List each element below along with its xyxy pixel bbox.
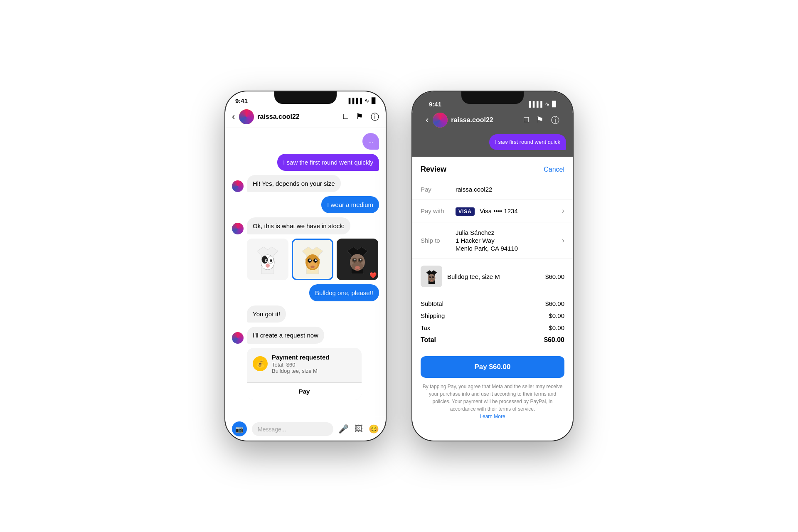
bubble-row-5: Bulldog one, please!! <box>232 284 379 301</box>
payment-card-header: 💰 Payment requested Total: $60 Bulldog t… <box>253 354 356 374</box>
payment-total: Total: $60 <box>272 362 329 368</box>
power-button-2 <box>573 141 574 170</box>
nav-icons-2: □ ⚑ ⓘ <box>524 115 559 126</box>
avatar-1 <box>239 109 254 124</box>
shipping-row: Shipping $0.00 <box>421 310 564 322</box>
payment-item: Bulldog tee, size M <box>272 368 329 374</box>
svg-point-36 <box>431 280 433 281</box>
tax-label: Tax <box>421 324 430 331</box>
svg-point-25 <box>360 259 362 260</box>
product-description: Bulldog tee, size M <box>447 273 540 280</box>
notch-1 <box>274 91 337 104</box>
learn-more-link[interactable]: Learn More <box>480 414 505 419</box>
sticker-icon[interactable]: 😊 <box>369 424 379 434</box>
heart-badge: ❤️ <box>369 272 377 278</box>
bubble-row-4: Ok, this is what we have in stock: <box>232 217 379 234</box>
bubble-partial: ... <box>362 133 379 150</box>
totals-section: Subtotal $60.00 Shipping $0.00 Tax $0.00… <box>412 294 573 353</box>
camera-button[interactable]: 📷 <box>232 421 247 436</box>
tax-value: $0.00 <box>549 324 564 331</box>
tax-row: Tax $0.00 <box>421 322 564 334</box>
visa-badge: VISA <box>456 207 475 216</box>
fine-print: By tapping Pay, you agree that Meta and … <box>412 383 573 425</box>
partial-bubble-row: I saw first round went quick <box>419 131 566 150</box>
review-screen: 9:41 ▐▐▐▐ ∿ ▉ ‹ raissa.cool22 □ ⚑ ⓘ <box>412 91 573 441</box>
pay-button-review[interactable]: Pay $60.00 <box>421 356 564 378</box>
svg-point-8 <box>271 260 272 261</box>
product-2[interactable] <box>292 239 333 280</box>
back-button-2[interactable]: ‹ <box>426 115 429 126</box>
products-row: ❤️ <box>247 239 379 280</box>
pay-button[interactable]: Pay <box>247 382 362 400</box>
chat-area-1: ... I saw the first round went quickly H… <box>225 128 386 417</box>
product-tshirt-2 <box>293 240 332 279</box>
product-thumbnail <box>421 266 442 287</box>
payment-title: Payment requested <box>272 354 329 361</box>
flag-icon-2[interactable]: ⚑ <box>536 115 544 126</box>
message-input[interactable]: Message... <box>252 422 333 436</box>
svg-point-14 <box>309 259 311 261</box>
svg-point-15 <box>315 259 317 261</box>
bubble-2: Hi! Yes, depends on your size <box>247 175 341 192</box>
pay-with-label: Pay with <box>421 207 451 214</box>
subtotal-value: $60.00 <box>545 300 564 307</box>
flag-icon-1[interactable]: ⚑ <box>356 111 363 123</box>
status-icons-1: ▐▐▐▐ ∿ ▉ <box>347 98 376 104</box>
svg-point-26 <box>355 266 360 269</box>
svg-point-7 <box>266 260 267 261</box>
bubble-3: I wear a medium <box>321 196 379 213</box>
status-icons-2: ▐▐▐▐ ∿ ▉ <box>527 101 556 107</box>
product-tshirt-1 <box>247 239 288 280</box>
bubble-row-6: You got it! <box>247 305 379 323</box>
dark-nav-bar: ‹ raissa.cool22 □ ⚑ ⓘ <box>419 109 566 131</box>
shipping-value: $0.00 <box>549 312 564 319</box>
info-icon-2[interactable]: ⓘ <box>551 115 559 126</box>
payment-info: Payment requested Total: $60 Bulldog tee… <box>272 354 329 374</box>
status-time-1: 9:41 <box>235 97 248 104</box>
phone-1: 9:41 ▐▐▐▐ ∿ ▉ ‹ raissa.cool22 □ ⚑ ⓘ <box>224 91 387 441</box>
shipping-label: Shipping <box>421 312 445 319</box>
ship-label: Ship to <box>421 237 451 244</box>
battery-icon-2: ▉ <box>552 101 556 107</box>
ship-address: Julia Sánchez 1 Hacker Way Menlo Park, C… <box>456 229 557 252</box>
chat-screen: 9:41 ▐▐▐▐ ∿ ▉ ‹ raissa.cool22 □ ⚑ ⓘ <box>225 91 386 441</box>
chat-input-bar: 📷 Message... 🎤 🖼 😊 <box>225 417 386 441</box>
fine-print-text: By tapping Pay, you agree that Meta and … <box>423 384 563 412</box>
video-icon-1[interactable]: □ <box>343 111 348 123</box>
product-3[interactable]: ❤️ <box>337 239 378 280</box>
payment-card-body: 💰 Payment requested Total: $60 Bulldog t… <box>247 348 362 382</box>
signal-icon: ▐▐▐▐ <box>347 98 362 104</box>
bubble-row-7: I'll create a request now <box>232 327 379 344</box>
info-icon-1[interactable]: ⓘ <box>371 111 379 123</box>
seller-avatar-3 <box>232 332 244 344</box>
cancel-button[interactable]: Cancel <box>544 166 564 173</box>
payment-icon: 💰 <box>253 356 268 371</box>
svg-point-33 <box>430 276 431 277</box>
review-title: Review <box>421 165 446 174</box>
subtotal-label: Subtotal <box>421 300 443 307</box>
notch-2 <box>461 91 524 104</box>
photo-icon[interactable]: 🖼 <box>355 424 363 434</box>
signal-icon-2: ▐▐▐▐ <box>527 101 542 107</box>
ship-to-row[interactable]: Ship to Julia Sánchez 1 Hacker Way Menlo… <box>412 222 573 259</box>
video-icon-2[interactable]: □ <box>524 115 529 126</box>
bubble-4: Ok, this is what we have in stock: <box>247 217 350 234</box>
contact-name-2[interactable]: raissa.cool22 <box>451 116 524 124</box>
bubble-row-1: I saw the first round went quickly <box>232 154 379 171</box>
bubble-5: Bulldog one, please!! <box>309 284 379 301</box>
nav-icons-1: □ ⚑ ⓘ <box>343 111 379 123</box>
bubble-1: I saw the first round went quickly <box>277 154 379 171</box>
mic-icon[interactable]: 🎤 <box>338 424 349 434</box>
product-1[interactable] <box>247 239 288 280</box>
review-header: Review Cancel <box>412 157 573 179</box>
pay-with-row[interactable]: Pay with VISA Visa •••• 1234 › <box>412 200 573 222</box>
payment-card[interactable]: 💰 Payment requested Total: $60 Bulldog t… <box>247 348 362 400</box>
back-button-1[interactable]: ‹ <box>232 111 235 122</box>
input-icons: 🎤 🖼 😊 <box>338 424 379 434</box>
product-line: Bulldog tee, size M $60.00 <box>412 259 573 294</box>
partial-bubble: I saw first round went quick <box>489 134 566 150</box>
svg-point-34 <box>433 276 433 277</box>
wifi-icon: ∿ <box>365 98 369 104</box>
contact-name-1[interactable]: raissa.cool22 <box>257 113 343 121</box>
visa-number: Visa •••• 1234 <box>480 207 518 214</box>
